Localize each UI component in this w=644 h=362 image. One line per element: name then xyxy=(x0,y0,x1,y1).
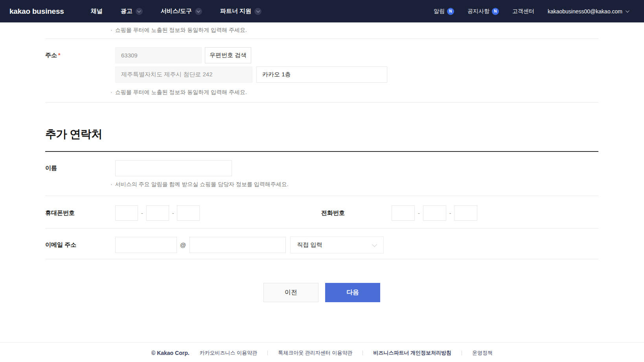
form-hint: · 쇼핑몰 푸터에 노출된 정보와 동일하게 입력해 주세요. xyxy=(110,26,598,34)
phone-part2-input[interactable] xyxy=(423,205,446,221)
bullet-dot: · xyxy=(110,26,112,34)
copyright: © Kakao Corp. xyxy=(151,350,190,356)
email-row: 이메일 주소 @ 직접 입력 xyxy=(45,236,598,253)
form-hint: · 쇼핑몰 푸터에 노출된 정보와 동일하게 입력해 주세요. xyxy=(110,88,598,96)
bullet-dot: · xyxy=(110,88,112,96)
nav-item-services-tools[interactable]: 서비스/도구 xyxy=(161,7,202,15)
postal-code-input[interactable] xyxy=(115,47,202,63)
form-actions: 이전 다음 xyxy=(45,283,598,302)
chevron-down-icon xyxy=(626,9,629,13)
phone-part3-input[interactable] xyxy=(454,205,477,221)
nav-help-center[interactable]: 고객센터 xyxy=(512,8,534,15)
phone-label: 전화번호 xyxy=(321,209,392,217)
next-button[interactable]: 다음 xyxy=(325,283,380,302)
alerts-label: 알림 xyxy=(434,8,445,15)
nav-item-label: 광고 xyxy=(121,7,132,15)
hint-text: 서비스의 주요 알림을 함께 받으실 쇼핑몰 담당자 정보를 입력해주세요. xyxy=(115,180,289,188)
address-line1-input[interactable] xyxy=(115,66,252,83)
dash-separator: - xyxy=(172,210,174,216)
notices-label: 공지사항 xyxy=(467,8,489,15)
mobile-part1-input[interactable] xyxy=(115,205,138,221)
phone-part1-input[interactable] xyxy=(392,205,415,221)
footer-link-terms[interactable]: 카카오비즈니스 이용약관 xyxy=(200,349,258,356)
nav-item-label: 파트너 지원 xyxy=(220,7,251,15)
nav-notices[interactable]: 공지사항 N xyxy=(467,8,499,15)
new-badge: N xyxy=(492,8,499,15)
at-symbol: @ xyxy=(180,242,186,248)
email-label: 이메일 주소 xyxy=(45,241,115,249)
address-section: 주소* 우편번호 검색 · 쇼핑몰 푸터에 노출된 정보와 동일하게 입력해 주… xyxy=(45,39,598,103)
help-center-label: 고객센터 xyxy=(512,8,534,15)
nav-item-label: 서비스/도구 xyxy=(161,7,192,15)
footer-separator xyxy=(267,351,268,355)
mobile-label: 휴대폰번호 xyxy=(45,209,115,217)
account-menu[interactable]: kakaobusiness00@kakao.com xyxy=(548,8,628,15)
chevron-down-icon xyxy=(254,8,261,15)
required-mark: * xyxy=(58,52,60,58)
footer-link-checkout-terms[interactable]: 톡체크아웃 관리자센터 이용약관 xyxy=(278,349,352,356)
email-domain-select[interactable]: 직접 입력 xyxy=(290,236,384,253)
footer-link-privacy[interactable]: 비즈니스파트너 개인정보처리방침 xyxy=(373,349,451,356)
top-navbar: kakao business 채널 광고 서비스/도구 파트너 지원 알림 N … xyxy=(0,0,644,22)
footer-link-policy[interactable]: 운영정책 xyxy=(472,349,493,356)
main-nav: 채널 광고 서비스/도구 파트너 지원 xyxy=(91,7,261,15)
address-row-2 xyxy=(45,66,598,83)
page-section-title: 추가 연락처 xyxy=(45,127,598,141)
dash-separator: - xyxy=(418,210,420,216)
address-label-text: 주소 xyxy=(45,52,57,58)
nav-alerts[interactable]: 알림 N xyxy=(434,8,454,15)
chevron-down-icon xyxy=(136,8,143,15)
kakao-business-logo[interactable]: kakao business xyxy=(9,7,64,16)
top-hint-section: · 쇼핑몰 푸터에 노출된 정보와 동일하게 입력해 주세요. xyxy=(45,22,598,39)
mobile-part3-input[interactable] xyxy=(177,205,200,221)
address-label: 주소* xyxy=(45,52,115,59)
form-content: · 쇼핑몰 푸터에 노출된 정보와 동일하게 입력해 주세요. 주소* 우편번호… xyxy=(45,22,598,302)
phone-group: 전화번호 - - xyxy=(321,205,477,221)
mobile-group: 휴대폰번호 - - xyxy=(45,205,321,221)
navbar-right: 알림 N 공지사항 N 고객센터 kakaobusiness00@kakao.c… xyxy=(434,8,628,15)
name-input[interactable] xyxy=(115,160,232,176)
email-domain-select-value: 직접 입력 xyxy=(297,241,322,249)
nav-item-label: 채널 xyxy=(91,7,103,15)
address-line2-input[interactable] xyxy=(256,66,387,83)
dash-separator: - xyxy=(141,210,143,216)
chevron-down-icon xyxy=(372,242,377,247)
form-hint: · 서비스의 주요 알림을 함께 받으실 쇼핑몰 담당자 정보를 입력해주세요. xyxy=(110,180,598,188)
name-section: 이름 · 서비스의 주요 알림을 함께 받으실 쇼핑몰 담당자 정보를 입력해주… xyxy=(45,152,598,196)
email-local-input[interactable] xyxy=(115,237,177,253)
nav-item-channel[interactable]: 채널 xyxy=(91,7,103,15)
footer-separator xyxy=(362,351,363,355)
hint-text: 쇼핑몰 푸터에 노출된 정보와 동일하게 입력해 주세요. xyxy=(115,88,247,96)
name-row: 이름 xyxy=(45,160,598,176)
name-label: 이름 xyxy=(45,164,115,172)
account-email: kakaobusiness00@kakao.com xyxy=(548,8,622,15)
contact-section-header: 추가 연락처 xyxy=(45,103,598,152)
nav-item-partner-support[interactable]: 파트너 지원 xyxy=(220,7,261,15)
postal-search-button[interactable]: 우편번호 검색 xyxy=(205,47,251,63)
phones-row: 휴대폰번호 - - 전화번호 - - xyxy=(45,205,598,221)
nav-item-ads[interactable]: 광고 xyxy=(121,7,143,15)
email-domain-input[interactable] xyxy=(190,237,286,253)
mobile-part2-input[interactable] xyxy=(146,205,169,221)
prev-button[interactable]: 이전 xyxy=(263,283,318,302)
hint-text: 쇼핑몰 푸터에 노출된 정보와 동일하게 입력해 주세요. xyxy=(115,26,247,34)
address-row-1: 주소* 우편번호 검색 xyxy=(45,47,598,63)
bullet-dot: · xyxy=(110,180,112,188)
phones-section: 휴대폰번호 - - 전화번호 - - xyxy=(45,196,598,229)
dash-separator: - xyxy=(449,210,451,216)
email-section: 이메일 주소 @ 직접 입력 xyxy=(45,229,598,259)
page-footer: © Kakao Corp. 카카오비즈니스 이용약관 톡체크아웃 관리자센터 이… xyxy=(0,342,644,362)
new-badge: N xyxy=(447,8,454,15)
footer-separator xyxy=(462,351,462,355)
chevron-down-icon xyxy=(195,8,202,15)
